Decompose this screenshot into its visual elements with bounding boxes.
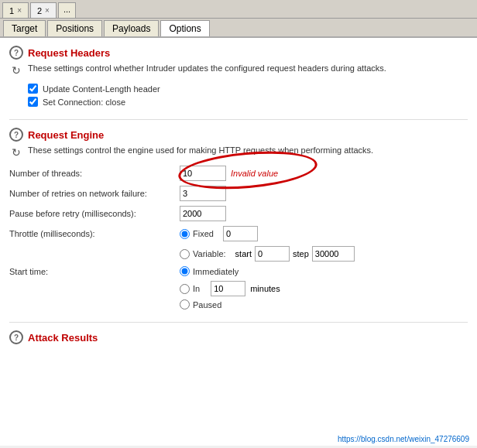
request-engine-desc: These settings control the engine used f… xyxy=(28,145,373,156)
tab-bar: 1 × 2 × ... xyxy=(0,0,477,19)
retries-row: Number of retries on network failure: xyxy=(9,186,468,201)
threads-label: Number of threads: xyxy=(9,169,180,178)
sub-tab-positions[interactable]: Positions xyxy=(47,20,102,36)
retries-input[interactable] xyxy=(180,186,226,201)
request-headers-desc: These settings control whether Intruder … xyxy=(28,63,386,74)
request-engine-section: ? Request Engine ↻ These settings contro… xyxy=(9,128,468,309)
start-paused-option[interactable]: Paused xyxy=(180,299,221,309)
tab-more[interactable]: ... xyxy=(58,2,76,18)
watermark: https://blog.csdn.net/weixin_47276609 xyxy=(338,435,469,443)
throttle-fixed-radio[interactable] xyxy=(180,229,190,239)
set-connection-label: Set Connection: close xyxy=(43,97,125,107)
start-time-label: Start time: xyxy=(9,267,180,276)
threads-input[interactable] xyxy=(180,166,226,181)
sub-tab-target[interactable]: Target xyxy=(3,20,46,36)
attack-results-section: ? Attack Results xyxy=(9,330,468,344)
start-time-row: Start time: Immediately xyxy=(9,266,468,276)
start-paused-label: Paused xyxy=(193,300,221,309)
start-in-minutes-label: minutes xyxy=(250,284,280,293)
tab-2-label: 2 xyxy=(37,6,42,15)
throttle-variable-label: Variable: xyxy=(193,249,226,258)
tab-2[interactable]: 2 × xyxy=(30,2,57,18)
update-content-length-checkbox[interactable] xyxy=(28,84,38,94)
start-paused-row: Paused xyxy=(180,299,468,309)
request-headers-refresh-icon[interactable]: ↻ xyxy=(9,63,23,77)
set-connection-row: Set Connection: close xyxy=(28,97,468,107)
throttle-row: Throttle (milliseconds): Fixed xyxy=(9,226,468,241)
tab-1-close[interactable]: × xyxy=(17,6,22,15)
update-content-length-row: Update Content-Length header xyxy=(28,84,468,94)
throttle-fixed-label: Fixed xyxy=(193,229,214,238)
tab-2-close[interactable]: × xyxy=(45,6,50,15)
throttle-variable-row: Variable: start step xyxy=(180,246,468,262)
start-in-row: In minutes xyxy=(180,281,468,296)
start-in-label: In xyxy=(193,284,200,293)
start-in-minutes-input[interactable] xyxy=(211,281,245,296)
throttle-variable-option[interactable]: Variable: xyxy=(180,249,226,259)
request-headers-title: Request Headers xyxy=(28,47,110,59)
sub-tab-bar: Target Positions Payloads Options xyxy=(0,19,477,38)
sub-tab-payloads[interactable]: Payloads xyxy=(104,20,159,36)
pause-label: Pause before retry (milliseconds): xyxy=(9,209,180,218)
pause-input[interactable] xyxy=(180,206,226,221)
set-connection-checkbox[interactable] xyxy=(28,97,38,107)
throttle-label: Throttle (milliseconds): xyxy=(9,229,180,238)
pause-row: Pause before retry (milliseconds): xyxy=(9,206,468,221)
main-content: ? Request Headers ↻ These settings contr… xyxy=(0,38,477,446)
throttle-fixed-value[interactable] xyxy=(223,226,258,241)
request-engine-title: Request Engine xyxy=(28,129,104,141)
throttle-step-value[interactable] xyxy=(312,246,355,262)
sub-tab-options[interactable]: Options xyxy=(160,20,209,36)
retries-label: Number of retries on network failure: xyxy=(9,189,180,198)
throttle-variable-radio[interactable] xyxy=(180,249,190,259)
start-in-radio[interactable] xyxy=(180,284,190,294)
update-content-length-label: Update Content-Length header xyxy=(43,84,160,94)
divider-1 xyxy=(9,119,468,120)
request-engine-refresh-icon[interactable]: ↻ xyxy=(9,145,23,159)
throttle-start-value[interactable] xyxy=(255,246,290,262)
start-immediately-radio[interactable] xyxy=(180,266,190,276)
request-headers-section: ? Request Headers ↻ These settings contr… xyxy=(9,46,468,107)
attack-results-title: Attack Results xyxy=(28,332,98,344)
threads-invalid-label: Invalid value xyxy=(231,169,278,178)
attack-results-help-icon[interactable]: ? xyxy=(9,330,23,344)
start-in-option[interactable]: In xyxy=(180,284,200,294)
throttle-fixed-option[interactable]: Fixed xyxy=(180,229,214,239)
request-engine-help-icon[interactable]: ? xyxy=(9,128,23,142)
request-headers-help-icon[interactable]: ? xyxy=(9,46,23,60)
start-immediately-label: Immediately xyxy=(193,267,238,276)
throttle-start-label: start xyxy=(235,249,252,258)
tab-1[interactable]: 1 × xyxy=(2,2,29,18)
threads-row: Number of threads: Invalid value xyxy=(9,166,468,181)
divider-2 xyxy=(9,322,468,323)
start-paused-radio[interactable] xyxy=(180,299,190,309)
throttle-step-label: step xyxy=(293,249,309,258)
start-immediately-option[interactable]: Immediately xyxy=(180,266,238,276)
tab-1-label: 1 xyxy=(9,6,14,15)
